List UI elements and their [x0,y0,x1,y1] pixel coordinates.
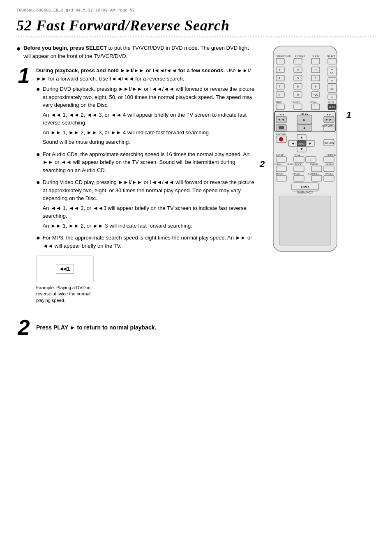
sub-bullet-dvd: ● During DVD playback, pressing ►►I/►► o… [36,85,255,148]
vcd-text: During Video CD play, pressing ►►I/►► or… [43,178,255,203]
intro-bullet: ● Before you begin, press SELECT to put … [16,44,255,60]
svg-text:▲: ▲ [300,135,304,139]
svg-text:0: 0 [297,93,299,97]
page-container: T0006UG_6006UG_EN_2.qx3 04.5.12 10:09 AM… [0,0,392,555]
svg-text:MODE: MODE [276,173,283,175]
dvd-continuation-3: Sound will be mute during searching. [43,138,255,146]
svg-text:C.RESET: C.RESET [291,101,300,104]
svg-text:ZOOM: ZOOM [310,101,316,104]
svg-text:AUTO: AUTO [329,106,335,108]
sub-bullet-audio-content: For Audio CDs, the approximate searching… [43,150,255,176]
svg-text:RETURN: RETURN [327,154,336,156]
remote-wrapper: 2 1 STANDBY/ON PICTURE SLEEP SELECT [267,44,349,258]
svg-point-71 [279,137,283,141]
svg-text:DISC MENU: DISC MENU [322,125,334,127]
svg-text:▼: ▼ [331,80,333,82]
mp3-text: For MP3, the approximate search speed is… [43,234,255,250]
svg-text:7: 7 [279,85,281,88]
svg-text:AUDIO: AUDIO [293,173,300,175]
vcd-continuation-1: An ◄◄ 1, ◄◄ 2, or ◄◄3 will appear briefl… [43,204,255,220]
svg-text:SPEED: SPEED [275,101,282,104]
example-caption: Example: Playing a DVD in reverse at twi… [36,285,102,304]
svg-text:◄: ◄ [291,141,295,145]
svg-text:►: ► [309,141,312,145]
svg-text:SLEEP: SLEEP [312,55,320,58]
svg-text:1: 1 [279,68,281,72]
svg-text:SEARCHMODE: SEARCHMODE [287,163,302,166]
dvd-text: During DVD playback, pressing ►►I/►► or … [43,85,255,109]
label-2-overlay: 2 [260,159,265,170]
sub-bullet-mp3-content: For MP3, the approximate search speed is… [43,234,255,251]
svg-text:REPEAT: REPEAT [326,163,334,166]
svg-text:ANGLE: ANGLE [325,173,333,175]
svg-text:PICTURE: PICTURE [295,55,305,58]
sub-bullet-dvd-content: During DVD playback, pressing ►►I/►► or … [43,85,255,148]
svg-text:►: ► [303,118,307,122]
svg-rect-112 [279,196,331,245]
step1-number: 1 [16,65,31,312]
svg-text:4: 4 [279,76,281,80]
step2-number: 2 [16,317,31,338]
svg-text:◄◄: ◄◄ [277,117,285,122]
svg-text:RECORD: RECORD [276,133,286,136]
svg-text:TITLE: TITLE [294,154,300,156]
tv-screen-example: ◄◄1 [36,256,94,282]
title-rule [16,37,376,37]
left-column: ● Before you begin, press SELECT to put … [16,44,255,338]
dvd-continuation-2: An ►► 1, ►► 2, ►► 3, or ►► 4 will indica… [43,129,255,137]
svg-text:2: 2 [297,68,299,72]
sub-bullet-vcd: ● During Video CD play, pressing ►►I/►► … [36,178,255,231]
step1-content: During playback, press and hold ►►I/►► o… [36,67,255,312]
svg-text:DVD: DVD [301,185,309,189]
step1-heading: During playback, press and hold ►►I/►► o… [36,67,255,83]
svg-text:▲: ▲ [331,68,333,70]
svg-text:▼: ▼ [300,147,304,151]
sub-dot-1: ● [36,85,40,93]
svg-text:SUBTITLE: SUBTITLE [308,173,319,175]
svg-text:↕: ↕ [310,158,311,161]
intro-keyword: SELECT [86,45,107,51]
svg-text:SELECT: SELECT [327,55,336,58]
svg-text:MAGNAVOX: MAGNAVOX [297,191,313,194]
svg-text:6: 6 [315,76,317,80]
step2-section: 2 Press PLAY ► to return to normal playb… [16,318,255,338]
svg-text:II: II [279,93,280,97]
intro-text: Before you begin, press SELECT to put th… [23,44,255,60]
sub-bullet-vcd-content: During Video CD play, pressing ►►I/►► or… [43,178,255,231]
vcd-continuation-2: An ►► 1, ►► 2, or ►► 3 will indicate fas… [43,222,255,230]
step1-heading-bold: During playback, press and hold ►►I/►► o… [36,67,225,74]
step2-text: Press PLAY ► to return to normal playbac… [36,323,255,332]
sub-dot-2: ● [36,150,40,158]
step1-section: 1 During playback, press and hold ►►I/►►… [16,67,255,312]
svg-text:▲: ▲ [303,126,307,130]
svg-text:CH.: CH. [330,71,334,74]
content-area: ● Before you begin, press SELECT to put … [16,44,376,338]
sub-bullet-audio: ● For Audio CDs, the approximate searchi… [36,150,255,176]
svg-text:ENTER: ENTER [298,143,306,145]
svg-text:+10: +10 [313,93,318,96]
svg-text:9: 9 [315,85,317,88]
label-1-overlay: 1 [346,110,351,120]
step2-content: Press PLAY ► to return to normal playbac… [36,318,255,338]
svg-text:5: 5 [297,76,299,80]
svg-text:RETURN: RETURN [324,142,334,144]
sub-dot-4: ● [36,234,40,242]
svg-text:|◄◄: |◄◄ [279,113,284,116]
right-column: 2 1 STANDBY/ON PICTURE SLEEP SELECT [263,44,353,338]
audio-text: For Audio CDs, the approximate searching… [43,150,255,175]
svg-text:CLEAN: CLEAN [274,163,281,166]
svg-text:►► |: ►► | [326,113,333,116]
svg-text:STANDBY/ON: STANDBY/ON [276,55,291,58]
remote-control-svg: STANDBY/ON PICTURE SLEEP SELECT 1 2 3 [267,44,343,258]
svg-text:VOL: VOL [330,88,334,90]
svg-text:SETUP: SETUP [276,154,284,156]
svg-text:3: 3 [315,68,317,72]
svg-text:REPEAT: REPEAT [310,163,318,166]
screen-display: ◄◄1 [56,265,74,274]
sub-dot-3: ● [36,178,40,186]
svg-text:►►: ►► [325,117,332,122]
svg-text:▼: ▼ [331,96,333,99]
file-info: T0006UG_6006UG_EN_2.qx3 04.5.12 10:09 AM… [16,8,376,13]
dvd-continuation-1: An ◄◄ 1, ◄◄ 2, ◄◄ 3, or ◄◄ 4 will appear… [43,111,255,127]
intro-prefix: Before you begin, press [23,45,86,51]
